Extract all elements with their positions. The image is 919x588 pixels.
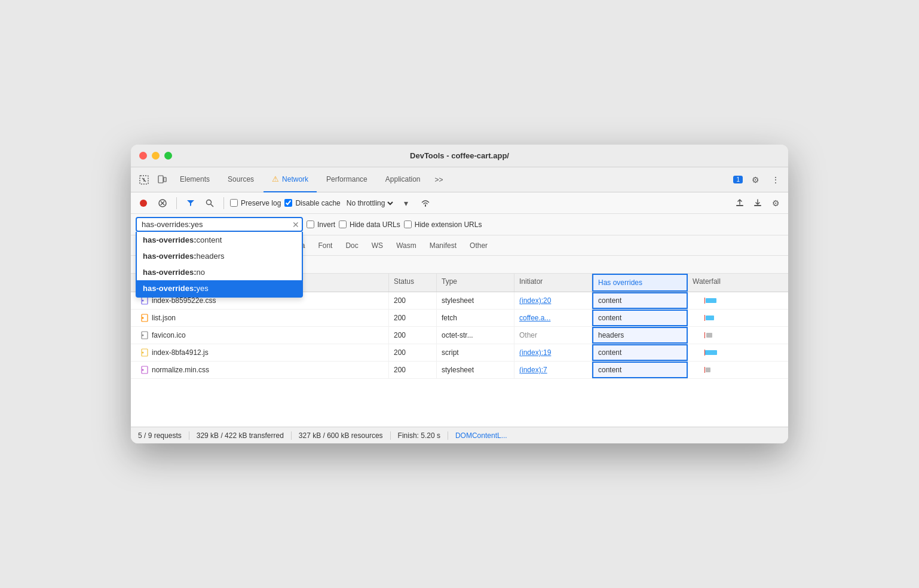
disable-cache-label[interactable]: Disable cache [284, 199, 340, 207]
autocomplete-item-headers[interactable]: has-overrides:headers [137, 248, 302, 264]
tab-performance[interactable]: Performance [318, 167, 376, 192]
svg-rect-9 [736, 205, 743, 206]
cell-waterfall-1 [688, 292, 783, 309]
filter-input[interactable] [136, 217, 303, 232]
cell-waterfall-2 [688, 310, 783, 326]
wifi-icon-svg [421, 199, 430, 207]
autocomplete-item-no[interactable]: has-overrides:no [137, 264, 302, 280]
hide-data-urls-label[interactable]: Hide data URLs [339, 220, 400, 229]
cell-status-2: 200 [389, 310, 437, 326]
filter-tab-other[interactable]: Other [464, 240, 494, 252]
filter-tab-wasm[interactable]: Wasm [390, 240, 422, 252]
clear-search-button[interactable]: ✕ [292, 220, 299, 229]
divider-2 [223, 197, 224, 209]
svg-point-14 [142, 317, 144, 319]
close-button[interactable] [139, 152, 147, 160]
inspector-icon [139, 175, 149, 185]
cell-type-4: script [437, 344, 514, 361]
cell-initiator-3: Other [514, 327, 592, 344]
svg-point-7 [207, 200, 212, 204]
import-button[interactable] [732, 195, 748, 211]
preserve-log-checkbox[interactable] [230, 199, 238, 207]
col-initiator[interactable]: Initiator [514, 274, 592, 292]
throttle-select[interactable]: No throttling [344, 198, 395, 208]
cell-initiator-1: (index):20 [514, 292, 592, 309]
cell-overrides-3: headers [592, 327, 688, 344]
invert-label[interactable]: Invert [307, 220, 335, 229]
cell-waterfall-4 [688, 344, 783, 361]
settings-tab-button[interactable]: ⚙ [748, 172, 763, 188]
status-requests: 5 / 9 requests [138, 431, 189, 440]
filter-tab-font[interactable]: Font [312, 240, 338, 252]
traffic-lights [139, 152, 172, 160]
tab-sources[interactable]: Sources [219, 167, 262, 192]
tab-elements[interactable]: Elements [171, 167, 218, 192]
filter-tab-ws[interactable]: WS [366, 240, 389, 252]
status-resources: 327 kB / 600 kB resources [292, 431, 391, 440]
cell-initiator-5: (index):7 [514, 362, 592, 378]
svg-point-12 [142, 300, 144, 302]
col-type[interactable]: Type [437, 274, 514, 292]
tab-application[interactable]: Application [377, 167, 429, 192]
cell-name-4: index-8bfa4912.js [136, 344, 389, 361]
tab-network[interactable]: ⚠ Network [264, 167, 317, 192]
svg-rect-2 [164, 177, 166, 182]
status-domcontent[interactable]: DOMContentL... [448, 431, 514, 440]
disable-cache-checkbox[interactable] [284, 199, 292, 207]
more-tab-button[interactable]: ⋮ [768, 172, 783, 188]
css-file-icon [140, 296, 149, 305]
css2-file-icon [140, 366, 149, 374]
filter-toggle-button[interactable] [183, 195, 198, 211]
search-button[interactable] [202, 195, 218, 211]
autocomplete-item-yes[interactable]: has-overrides:yes [137, 280, 302, 296]
devtools-window: DevTools - coffee-cart.app/ Elements Sou… [131, 145, 788, 443]
js-file-icon [140, 348, 149, 357]
issues-badge[interactable]: 1 [733, 176, 743, 183]
stop-recording-button[interactable] [136, 195, 151, 211]
network-settings-button[interactable]: ⚙ [768, 195, 783, 211]
col-waterfall[interactable]: Waterfall [688, 274, 783, 292]
hide-data-urls-checkbox[interactable] [339, 220, 347, 228]
clear-button[interactable] [155, 195, 170, 211]
right-icons: ⚙ [732, 195, 783, 211]
throttle-arrow[interactable]: ▾ [399, 195, 414, 211]
autocomplete-item-content[interactable]: has-overrides:content [137, 232, 302, 248]
tab-inspector[interactable] [136, 173, 152, 187]
cell-status-4: 200 [389, 344, 437, 361]
export-button[interactable] [750, 195, 765, 211]
cell-initiator-4: (index):19 [514, 344, 592, 361]
invert-checkbox[interactable] [307, 220, 314, 228]
titlebar: DevTools - coffee-cart.app/ [131, 145, 788, 167]
network-toolbar: Preserve log Disable cache No throttling… [131, 192, 788, 214]
minimize-button[interactable] [152, 152, 160, 160]
json-file-icon [140, 314, 149, 322]
svg-point-18 [142, 352, 144, 354]
cell-status-5: 200 [389, 362, 437, 378]
wifi-icon [418, 195, 433, 211]
search-box-wrapper: ✕ has-overrides:content has-overrides:he… [136, 217, 303, 232]
col-status[interactable]: Status [389, 274, 437, 292]
filter-tab-manifest[interactable]: Manifest [424, 240, 462, 252]
cell-status-3: 200 [389, 327, 437, 344]
cell-type-3: octet-str... [437, 327, 514, 344]
svg-point-16 [142, 335, 144, 336]
device-icon [157, 175, 167, 185]
search-icon [206, 199, 214, 207]
status-finish: Finish: 5.20 s [391, 431, 448, 440]
preserve-log-label[interactable]: Preserve log [230, 199, 281, 207]
hide-ext-urls-checkbox[interactable] [404, 220, 412, 228]
hide-ext-urls-label[interactable]: Hide extension URLs [404, 220, 482, 229]
maximize-button[interactable] [164, 152, 172, 160]
tab-more[interactable]: >> [430, 173, 448, 186]
cell-type-1: stylesheet [437, 292, 514, 309]
svg-rect-1 [158, 176, 163, 183]
table-row: normalize.min.css 200 stylesheet (index)… [131, 362, 788, 379]
col-has-overrides[interactable]: Has overrides [592, 274, 688, 292]
tab-device[interactable] [154, 173, 170, 187]
warn-icon: ⚠ [272, 174, 279, 183]
cell-overrides-2: content [592, 310, 688, 326]
autocomplete-dropdown: has-overrides:content has-overrides:head… [136, 232, 303, 298]
stop-icon [139, 199, 148, 207]
svg-rect-10 [754, 205, 761, 206]
filter-tab-doc[interactable]: Doc [339, 240, 364, 252]
